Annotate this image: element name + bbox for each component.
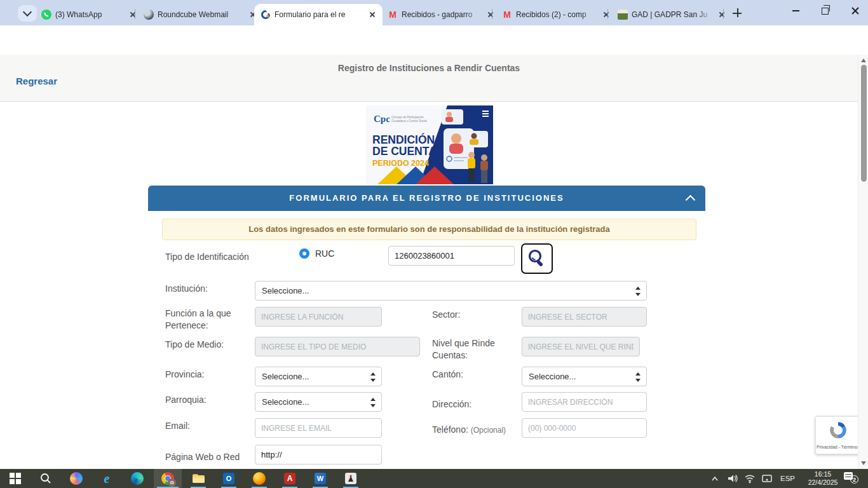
taskbar-java-app-button[interactable] [337,469,365,488]
page-scrollbar[interactable] [858,55,868,469]
volume-icon[interactable] [726,469,740,488]
email-input[interactable] [255,418,382,438]
tray-time: 16:15 [802,470,844,478]
gmail-icon: M [502,10,512,20]
recaptcha-badge[interactable]: Privacidad - Términos [815,416,861,454]
taskbar-explorer-button[interactable] [184,469,212,488]
taskbar-outlook-button[interactable]: O [215,469,243,488]
connect-display-icon[interactable] [760,469,775,488]
close-window-button[interactable] [843,0,868,22]
form-panel-title: FORMULARIO PARA EL REGISTRO DE INSTITUCI… [148,186,705,211]
close-icon[interactable] [485,10,496,20]
recaptcha-privacy-label[interactable]: Privacidad - Términos [816,445,860,449]
web-page: Registro de Instituciones a Rendir Cuent… [0,55,868,469]
chrome-profile-badge: G [168,478,176,487]
close-icon[interactable] [367,10,377,20]
taskbar-chrome-button[interactable]: G [154,469,182,488]
svg-text:RENDICIÓN: RENDICIÓN [372,133,435,146]
page-title: Registro de Instituciones a Rendir Cuent… [0,63,858,73]
scrollbar-thumb[interactable] [861,65,867,182]
pagina-web-input[interactable] [255,445,382,464]
ruc-radio-label: RUC [315,248,334,260]
sector-label: Sector: [432,309,460,321]
canton-select[interactable]: Seleccione... [522,367,647,386]
chevron-down-icon [23,8,32,17]
sector-input [522,307,647,327]
java-app-icon [345,473,356,484]
institucion-label: Institución: [165,283,208,295]
taskbar-copilot-button[interactable] [62,469,90,488]
restore-button[interactable] [812,0,837,22]
new-tab-button[interactable] [731,6,745,20]
acrobat-icon: A [284,473,295,484]
scrollbar-up-icon[interactable] [861,58,866,62]
telefono-opcional: (Opcional) [471,426,506,435]
whatsapp-icon [41,10,51,20]
parroquia-label: Parroquia: [165,394,207,406]
nivel-input [522,337,640,356]
recaptcha-icon [827,419,849,441]
tab-title: Recibidos (2) - comp [516,10,597,19]
language-indicator[interactable]: ESP [780,469,795,488]
search-ruc-button[interactable] [521,243,553,274]
institucion-select-value: Seleccione... [262,286,309,295]
word-icon: W [315,473,326,484]
tab-gmail-1[interactable]: M Recibidos - gadparro [381,4,501,25]
pagina-web-label: Página Web o Red [165,451,240,463]
tab-gmail-2[interactable]: M Recibidos (2) - comp [496,4,616,25]
taskbar-clock[interactable]: 16:15 22/4/2025 [802,470,844,487]
direccion-input[interactable] [522,392,647,412]
form-panel-header[interactable]: FORMULARIO PARA EL REGISTRO DE INSTITUCI… [148,186,705,211]
firefox-icon [253,472,266,485]
roundcube-icon [144,10,154,20]
tab-search-button[interactable] [18,5,37,22]
minimize-icon [792,10,799,11]
taskbar-ie-button[interactable]: e [93,469,121,488]
institucion-select[interactable]: Seleccione... [255,281,647,301]
restore-icon [822,8,829,15]
taskbar-acrobat-button[interactable]: A [276,469,304,488]
provincia-select[interactable]: Seleccione... [255,367,382,386]
notification-count-badge[interactable]: 2 [850,475,858,484]
tab-separator [607,9,608,19]
close-icon[interactable] [601,10,611,20]
taskbar-word-button[interactable]: W [306,469,334,488]
cpccs-icon [261,10,271,20]
regresar-link[interactable]: Regresar [16,76,57,86]
telefono-input[interactable] [522,418,647,438]
direccion-label: Dirección: [432,398,471,410]
start-button[interactable] [1,469,29,488]
browser-tab-strip: (3) WhatsApp Roundcube Webmail Formulari… [0,0,868,25]
browser-toolbar: ← → ↻ systempro.cpccs.gob.ec/rendicioncu… [0,25,868,55]
tab-whatsapp[interactable]: (3) WhatsApp [35,4,143,25]
close-icon[interactable] [128,10,138,20]
rendicion-banner-image: Cpc Consejo de Participación Ciudadana y… [366,105,493,184]
wifi-icon[interactable] [743,469,757,488]
taskbar-edge-button[interactable] [123,469,151,488]
tab-gad[interactable]: GAD | GADPR San Ju [611,4,732,25]
close-icon [851,6,860,15]
taskbar-firefox-button[interactable] [245,469,273,488]
tab-title: (3) WhatsApp [55,10,124,19]
svg-text:Consejo de Participación: Consejo de Participación [391,116,424,119]
select-arrows-icon [635,287,641,296]
taskbar-search-button[interactable] [32,469,60,488]
close-icon[interactable] [717,10,727,20]
ruc-input[interactable] [388,246,515,266]
parroquia-select[interactable]: Seleccione... [255,392,382,412]
tipo-medio-label: Tipo de Medio: [165,339,224,351]
tab-formulario-active[interactable]: Formulario para el re [254,4,383,25]
chevron-up-icon [710,469,719,488]
svg-text:Cpc: Cpc [374,114,390,124]
ruc-radio[interactable] [299,248,309,259]
select-arrows-icon [635,372,641,382]
tray-expand-button[interactable] [710,469,722,488]
windows-taskbar: e G O A [0,469,868,488]
tab-roundcube[interactable]: Roundcube Webmail [137,4,263,25]
minimize-button[interactable] [783,0,808,22]
provincia-label: Provincia: [165,369,204,381]
page-header-bar: Registro de Instituciones a Rendir Cuent… [0,55,858,102]
outlook-icon: O [223,473,234,484]
scrollbar-down-icon[interactable] [861,461,866,465]
telefono-label: Teléfono: (Opcional) [432,424,506,437]
